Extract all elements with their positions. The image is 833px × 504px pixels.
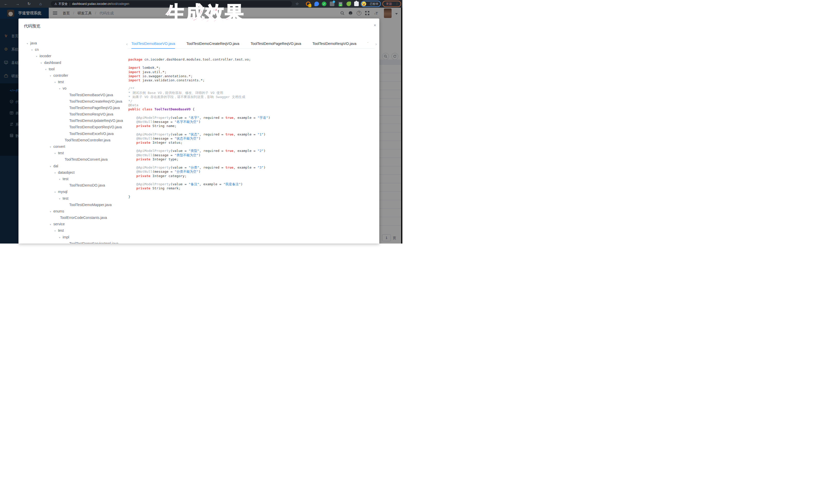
tree-folder-node[interactable]: ▾dashboard (25, 59, 126, 66)
tabs-scroll-right-icon[interactable]: › (376, 42, 377, 46)
tree-file-node[interactable]: ToolTestDemoExcelVO.java (25, 130, 126, 137)
tree-folder-node[interactable]: ▾test (25, 150, 126, 156)
tree-folder-node[interactable]: ▾java (25, 40, 126, 46)
tree-folder-node[interactable]: ▾test (25, 195, 126, 202)
code-line: * 测试示例 Base VO，提供给添加、修改、详细的子 VO 使用 (128, 91, 376, 95)
tree-caret-icon[interactable]: ▾ (31, 47, 35, 53)
tree-folder-node[interactable]: ▾enums (25, 208, 126, 215)
tree-node-label: mysql (58, 190, 68, 194)
tab-file[interactable]: ToolTe (368, 41, 368, 49)
code-line: package cn.iocoder.dashboard.modules.too… (128, 57, 376, 62)
browser-home-icon[interactable]: ⌂ (37, 0, 44, 8)
browser-forward-icon[interactable]: → (14, 0, 21, 8)
tree-caret-icon[interactable]: ▾ (50, 73, 53, 79)
code-preview-dialog: 代码预览 × ▾java▾cn▾iocoder▾dashboard▾tool▾c… (19, 19, 379, 243)
tree-node-label: ToolTestDemoMapper.java (69, 203, 112, 207)
tab-file[interactable]: ToolTestDemoCreateReqVO.java (186, 41, 239, 49)
tab-file[interactable]: ToolTestDemoRespVO.java (313, 41, 356, 49)
code-line: private String remark; (128, 186, 376, 190)
extension-on-badge: on (339, 4, 342, 6)
code-line: @ApiModelProperty(value = "备注", example … (128, 182, 376, 186)
browser-scrollbar-strip[interactable] (401, 8, 402, 243)
tree-caret-icon[interactable]: ▾ (54, 189, 58, 195)
tree-node-label: ToolTestDemoController.java (65, 138, 110, 142)
code-line: * 如果子 VO 存在差异的字段，请不要添加到这里，影响 Swagger 文档生… (128, 95, 376, 99)
tree-folder-node[interactable]: ▾test (25, 227, 126, 234)
tree-caret-icon[interactable]: ▾ (54, 227, 58, 234)
browser-reload-icon[interactable]: ↻ (26, 0, 32, 8)
tree-caret-icon[interactable]: ▾ (36, 53, 40, 59)
tree-caret-icon[interactable]: ▾ (59, 86, 63, 92)
tree-folder-node[interactable]: ▾vo (25, 85, 126, 92)
tree-folder-node[interactable]: ▾convert (25, 143, 126, 150)
tree-folder-node[interactable]: ▾test (25, 79, 126, 85)
tree-folder-node[interactable]: ▾controller (25, 72, 126, 79)
tree-caret-icon[interactable]: ▾ (59, 234, 63, 241)
tree-node-label: cn (35, 47, 39, 52)
tree-caret-icon[interactable]: ▾ (59, 176, 63, 183)
tree-file-node[interactable]: ToolTestDemoExportReqVO.java (25, 124, 126, 130)
tree-folder-node[interactable]: ▾dal (25, 163, 126, 169)
code-line: public class ToolTestDemoBaseVO { (128, 107, 376, 111)
browser-update-button[interactable]: 更新 ⋮ (382, 1, 401, 7)
tree-folder-node[interactable]: ▾mysql (25, 189, 126, 195)
tree-file-node[interactable]: ToolTestDemoCreateReqVO.java (25, 98, 126, 105)
extension-list-icon[interactable]: on (338, 2, 343, 6)
tree-folder-node[interactable]: ▾iocoder (25, 53, 126, 59)
tab-file[interactable]: ToolTestDemoBaseVO.java (132, 41, 175, 49)
extension-orange-icon[interactable]: 1 (306, 2, 310, 6)
tree-node-label: tool (49, 67, 55, 71)
tree-file-node[interactable]: ToolTestDemoDO.java (25, 182, 126, 189)
code-line (128, 128, 376, 132)
extension-plant-icon[interactable] (347, 2, 351, 6)
tree-node-label: test (58, 229, 64, 233)
tree-node-label: iocoder (40, 54, 51, 58)
extensions-puzzle-icon[interactable] (354, 2, 359, 6)
security-label[interactable]: 不安全 (58, 2, 68, 6)
tabs-scroll-left-icon[interactable]: ‹ (126, 42, 127, 46)
code-line (128, 145, 376, 149)
tree-node-label: ToolTestDemoServiceImpl.java (69, 241, 118, 243)
tree-folder-node[interactable]: ▾impl (25, 234, 126, 240)
tree-file-node[interactable]: ToolTestDemoBaseVO.java (25, 92, 126, 98)
tree-caret-icon[interactable]: ▾ (50, 208, 53, 215)
tree-file-node[interactable]: ToolTestDemoConvert.java (25, 156, 126, 163)
extension-squares-icon[interactable] (330, 2, 334, 6)
tree-file-node[interactable]: ToolTestDemoMapper.java (25, 202, 126, 208)
code-line: private Integer status; (128, 141, 376, 145)
browser-profile-chip[interactable]: 已暂停 (361, 1, 381, 7)
tree-node-label: ToolTestDemoConvert.java (65, 157, 108, 162)
tree-caret-icon[interactable]: ▾ (59, 195, 63, 202)
tree-caret-icon[interactable]: ▾ (50, 144, 53, 150)
tree-caret-icon[interactable]: ▾ (27, 40, 30, 47)
tree-caret-icon[interactable]: ▾ (50, 221, 53, 227)
tree-folder-node[interactable]: ▾tool (25, 66, 126, 72)
browser-menu-kebab-icon[interactable]: ⋮ (396, 1, 399, 6)
tree-file-node[interactable]: ToolTestDemoUpdateReqVO.java (25, 118, 126, 124)
extension-green-check-icon[interactable]: ✓ (322, 2, 327, 6)
tree-node-label: service (53, 222, 65, 226)
tree-caret-icon[interactable]: ▾ (54, 79, 58, 86)
tree-folder-node[interactable]: ▾test (25, 176, 126, 182)
code-viewer[interactable]: package cn.iocoder.dashboard.modules.too… (128, 57, 376, 243)
tree-file-node[interactable]: ToolTestDemoController.java (25, 137, 126, 143)
tab-file[interactable]: ToolTestDemoPageReqVO.java (251, 41, 301, 49)
tree-node-label: ToolTestDemoUpdateReqVO.java (69, 119, 123, 123)
bookmark-star-icon[interactable]: ☆ (294, 0, 301, 8)
tree-caret-icon[interactable]: ▾ (54, 150, 58, 157)
tree-file-node[interactable]: ToolTestDemoRespVO.java (25, 111, 126, 118)
tree-file-node[interactable]: ToolErrorCodeConstants.java (25, 215, 126, 221)
tree-file-node[interactable]: ToolTestDemoServiceImpl.java (25, 240, 126, 243)
tree-caret-icon[interactable]: ▾ (50, 163, 53, 170)
close-icon[interactable]: × (373, 23, 377, 28)
extension-blue-pin-icon[interactable] (314, 2, 319, 6)
tree-caret-icon[interactable]: ▾ (41, 60, 44, 66)
tree-folder-node[interactable]: ▾service (25, 221, 126, 227)
code-line (128, 178, 376, 182)
tree-folder-node[interactable]: ▾dataobject (25, 169, 126, 176)
browser-back-icon[interactable]: ← (3, 0, 9, 8)
tree-folder-node[interactable]: ▾cn (25, 46, 126, 53)
tree-file-node[interactable]: ToolTestDemoPageReqVO.java (25, 105, 126, 111)
tree-caret-icon[interactable]: ▾ (45, 66, 49, 73)
tree-caret-icon[interactable]: ▾ (54, 170, 58, 176)
